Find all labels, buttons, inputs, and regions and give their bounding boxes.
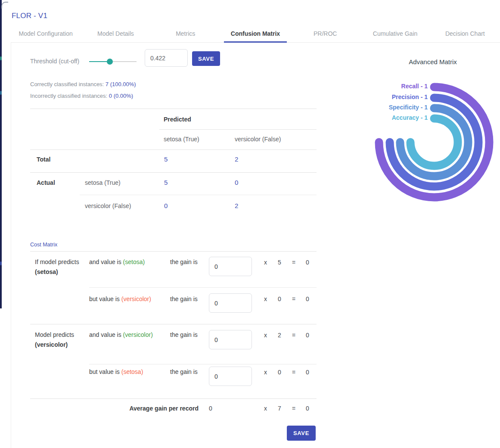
incorrect-instances-label: Incorrectly classified instances:	[30, 93, 109, 99]
table-divider	[30, 324, 317, 324]
table-divider	[80, 195, 317, 195]
cost-row3-condition-class: (versicolor)	[123, 331, 153, 338]
cost-row2-condition-prefix: but value is	[89, 296, 121, 302]
card-corner-decoration	[1, 2, 8, 9]
cost-row4-times: x	[264, 369, 267, 376]
cost-row1-subject-line2: (setosa)	[35, 268, 58, 275]
cost-row3-result: 0	[306, 332, 309, 339]
cost-row1-condition: and value is (setosa)	[89, 258, 145, 265]
table-divider	[30, 398, 317, 399]
cost-row1-condition-class: (setosa)	[123, 258, 145, 265]
cost-row4-result: 0	[306, 369, 309, 376]
cost-row2-gain-label: the gain is	[170, 296, 198, 302]
cost-row1-gain-input[interactable]	[209, 257, 252, 276]
tab-cumulative-gain[interactable]: Cumulative Gain	[360, 25, 430, 42]
advanced-matrix-title: Advanced Matrix	[379, 58, 487, 65]
average-gain-value: 0	[209, 405, 212, 412]
threshold-label: Threshold (cut-off)	[30, 58, 79, 65]
correct-instances-line: Correctly classified instances: 7 (100.0…	[30, 81, 136, 87]
total-true-value: 5	[164, 156, 168, 163]
cost-row3-condition-prefix: and value is	[89, 331, 123, 338]
cost-row1-subject-line1: If model predicts	[35, 258, 79, 265]
cost-row1-count: 5	[278, 259, 281, 266]
average-times: x	[264, 405, 267, 412]
cost-row3-subject-line2: (versicolor)	[35, 341, 68, 348]
actual-setosa-false-value: 0	[235, 179, 238, 186]
threshold-input[interactable]	[145, 49, 188, 67]
actual-setosa-true-value: 5	[164, 179, 168, 186]
tab-model-details[interactable]: Model Details	[81, 25, 150, 42]
incorrect-instances-line: Incorrectly classified instances: 0 (0.0…	[30, 93, 133, 99]
correct-instances-value: 7 (100.00%)	[106, 81, 136, 87]
cost-row4-equals: =	[292, 369, 295, 376]
cost-matrix-title: Cost Matrix	[30, 242, 57, 248]
average-gain-label: Average gain per record	[103, 405, 199, 412]
cost-row3-count: 2	[278, 332, 281, 339]
cost-row3-equals: =	[292, 332, 295, 339]
cost-row1-condition-prefix: and value is	[89, 258, 123, 265]
cost-row2-condition-class: (versicolor)	[121, 296, 151, 302]
average-equals: =	[292, 405, 295, 412]
radial-arc-accuracy	[410, 118, 458, 166]
actual-row-header: Actual	[37, 179, 55, 186]
tab-bar: Model Configuration Model Details Metric…	[11, 25, 500, 43]
correct-instances-label: Correctly classified instances:	[30, 81, 106, 87]
cost-row1-gain-label: the gain is	[170, 258, 198, 265]
total-false-value: 2	[235, 156, 238, 163]
advanced-matrix-radial-chart	[370, 78, 499, 207]
page-title: FLOR - V1	[12, 12, 47, 20]
incorrect-instances-value: 0 (0.00%)	[109, 93, 133, 99]
tab-metrics[interactable]: Metrics	[151, 25, 220, 42]
average-result: 0	[306, 405, 309, 412]
cost-row4-gain-label: the gain is	[170, 368, 198, 375]
table-divider	[89, 364, 317, 364]
cost-row2-gain-input[interactable]	[209, 293, 252, 313]
table-divider	[30, 251, 317, 252]
cost-matrix-save-button[interactable]: SAVE	[287, 426, 316, 441]
tab-decision-chart[interactable]: Decision Chart	[430, 25, 500, 42]
threshold-slider[interactable]	[89, 58, 137, 65]
cost-row3-condition: and value is (versicolor)	[89, 331, 153, 338]
sidebar-mini-icon	[0, 91, 2, 95]
predicted-header: Predicted	[164, 116, 191, 123]
cost-row1-equals: =	[292, 259, 295, 266]
cost-row2-condition: but value is (versicolor)	[89, 296, 151, 302]
cost-row4-condition-class: (setosa)	[121, 368, 143, 375]
content-left-border	[11, 43, 11, 448]
sidebar-sliver	[0, 0, 2, 308]
col-header-setosa-true: setosa (True)	[164, 136, 199, 143]
slider-thumb[interactable]	[107, 59, 113, 65]
total-row-header: Total	[37, 156, 50, 163]
actual-versicolor-true-value: 0	[164, 202, 168, 209]
cost-row4-condition-prefix: but value is	[89, 368, 121, 375]
actual-setosa-label: setosa (True)	[85, 179, 121, 186]
cost-row2-result: 0	[306, 296, 309, 302]
average-count: 7	[278, 405, 281, 412]
table-divider	[30, 172, 317, 173]
cost-row2-equals: =	[292, 296, 295, 302]
table-divider	[159, 129, 317, 130]
cost-row2-times: x	[264, 296, 267, 302]
sidebar-mini-icon	[0, 56, 2, 60]
tab-model-configuration[interactable]: Model Configuration	[11, 25, 81, 42]
tab-confusion-matrix[interactable]: Confusion Matrix	[220, 25, 290, 42]
cost-row3-times: x	[264, 332, 267, 339]
table-divider	[30, 109, 317, 109]
tab-pr-roc[interactable]: PR/ROC	[290, 25, 360, 42]
table-divider	[89, 287, 317, 288]
cost-row2-count: 0	[278, 296, 281, 302]
threshold-save-button[interactable]: SAVE	[192, 51, 220, 66]
cost-row4-gain-input[interactable]	[209, 367, 252, 386]
app-window: FLOR - V1 Model Configuration Model Deta…	[0, 0, 500, 448]
cost-row1-result: 0	[306, 259, 309, 266]
cost-row1-times: x	[264, 259, 267, 266]
cost-row3-gain-label: the gain is	[170, 331, 198, 338]
radial-arc-recall	[379, 87, 489, 197]
col-header-versicolor-false: versicolor (False)	[235, 136, 281, 143]
cost-row4-condition: but value is (setosa)	[89, 368, 143, 375]
cost-row3-gain-input[interactable]	[209, 330, 252, 349]
sidebar-mini-icon	[0, 261, 2, 265]
cost-row3-subject-line1: Model predicts	[35, 331, 74, 338]
cost-row4-count: 0	[278, 369, 281, 376]
table-divider	[30, 149, 317, 150]
